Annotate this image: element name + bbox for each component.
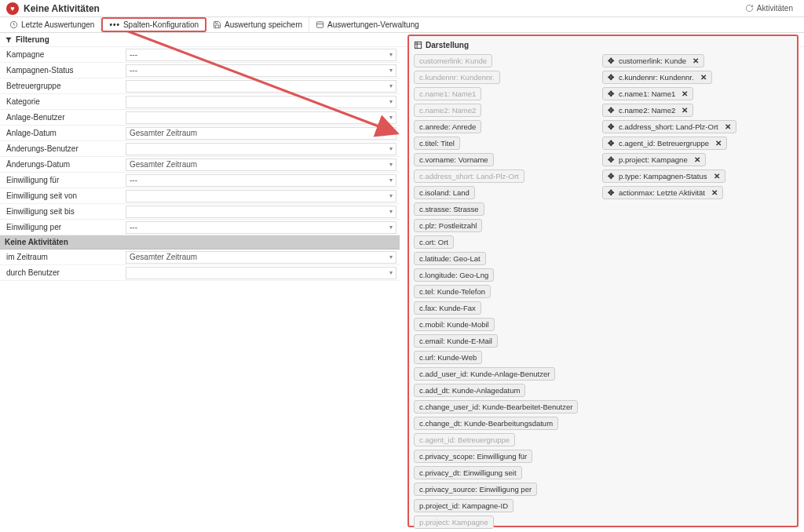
- chevron-down-icon: ▾: [389, 67, 393, 74]
- available-chip[interactable]: c.anrede: Anrede: [414, 120, 481, 133]
- available-chip[interactable]: c.privacy_scope: Einwilligung für: [414, 450, 532, 463]
- chevron-down-icon: ▾: [389, 98, 393, 105]
- refresh-icon: [745, 4, 754, 13]
- filter-label: Anlage-Datum: [0, 129, 126, 137]
- selected-chip[interactable]: ✥actionmax: Letzte Aktivität✕: [602, 186, 723, 199]
- selected-chip[interactable]: ✥c.name1: Name1✕: [602, 87, 693, 100]
- page-title: Keine Aktivitäten: [24, 3, 100, 14]
- filter-select[interactable]: ---▾: [126, 221, 397, 234]
- filter-select[interactable]: ▾: [126, 267, 397, 279]
- remove-icon[interactable]: ✕: [694, 155, 700, 164]
- toolbar-save-report[interactable]: Auswertung speichern: [206, 17, 309, 32]
- filter-label: Einwilligung seit bis: [0, 207, 126, 216]
- available-chip[interactable]: c.url: Kunde-Web: [414, 351, 482, 364]
- refresh-button[interactable]: Aktivitäten: [740, 2, 798, 14]
- toolbar-last-reports[interactable]: Letzte Auswertungen: [3, 17, 101, 32]
- toolbar-column-config[interactable]: ••• Spalten-Konfiguration: [101, 17, 206, 32]
- filter-select[interactable]: ---▾: [126, 64, 397, 77]
- app-logo-icon: ♥: [6, 2, 19, 15]
- remove-icon[interactable]: ✕: [715, 139, 722, 148]
- chevron-down-icon: ▾: [389, 208, 393, 215]
- layout-icon: [414, 41, 422, 49]
- remove-icon[interactable]: ✕: [682, 106, 688, 115]
- chevron-down-icon: ▾: [389, 269, 393, 276]
- dots-icon: •••: [109, 20, 120, 29]
- chevron-down-icon: ▾: [389, 114, 393, 121]
- filter-select[interactable]: ▾: [126, 190, 397, 202]
- available-chip: c.kundennr: Kundennr.: [414, 71, 500, 84]
- section-header: Keine Aktivitäten: [0, 235, 400, 250]
- filter-select[interactable]: Gesamter Zeitraum▾: [126, 127, 397, 140]
- available-chip[interactable]: c.latitude: Geo-Lat: [414, 252, 486, 265]
- manage-icon: [316, 20, 324, 29]
- header-left: ♥ Keine Aktivitäten: [6, 2, 100, 15]
- available-chip[interactable]: c.longitude: Geo-Lng: [414, 268, 494, 282]
- filter-icon: [5, 36, 13, 44]
- available-chip[interactable]: c.plz: Postleitzahl: [414, 219, 482, 232]
- available-chip[interactable]: c.email: Kunde-E-Mail: [414, 334, 498, 348]
- filter-select[interactable]: Gesamter Zeitraum▾: [126, 159, 397, 171]
- filter-label: Änderungs-Datum: [0, 160, 126, 169]
- available-chip[interactable]: c.add_user_id: Kunde-Anlage-Benutzer: [414, 367, 555, 381]
- filter-select[interactable]: ▾: [126, 96, 397, 108]
- clock-icon: [9, 20, 18, 29]
- selected-chip[interactable]: ✥p.project: Kampagne✕: [602, 153, 706, 166]
- available-chip[interactable]: c.tel: Kunde-Telefon: [414, 285, 491, 298]
- filter-select[interactable]: ▾: [126, 206, 397, 218]
- filter-select[interactable]: ---▾: [126, 49, 397, 61]
- filter-select[interactable]: Gesamter Zeitraum▾: [126, 251, 397, 264]
- available-chip[interactable]: c.change_dt: Kunde-Bearbeitungsdatum: [414, 417, 558, 430]
- available-chip[interactable]: c.change_user_id: Kunde-Bearbeitet-Benut…: [414, 400, 578, 414]
- available-chip[interactable]: c.isoland: Land: [414, 186, 475, 199]
- available-chip[interactable]: c.ort: Ort: [414, 235, 454, 249]
- filter-label: Betreuergruppe: [0, 82, 126, 90]
- available-chip: c.agent_id: Betreuergruppe: [414, 433, 515, 446]
- selected-chip[interactable]: ✥customerlink: Kunde✕: [602, 54, 704, 67]
- available-chip[interactable]: c.vorname: Vorname: [414, 153, 494, 166]
- remove-icon[interactable]: ✕: [725, 122, 731, 131]
- save-icon: [213, 20, 221, 29]
- available-chip[interactable]: c.privacy_source: Einwilligung per: [414, 483, 537, 496]
- available-chip: c.name2: Name2: [414, 104, 481, 117]
- toolbar-reports-management[interactable]: Auswertungen-Verwaltung: [309, 17, 426, 32]
- panel-title: Darstellung: [414, 41, 792, 49]
- available-chip[interactable]: c.fax: Kunde-Fax: [414, 301, 481, 315]
- filter-select[interactable]: ▾: [126, 143, 397, 155]
- selected-chip[interactable]: ✥c.agent_id: Betreuergruppe✕: [602, 137, 727, 150]
- drag-icon: ✥: [608, 139, 614, 148]
- available-chip[interactable]: c.strasse: Strasse: [414, 202, 484, 216]
- selected-chip[interactable]: ✥c.address_short: Land-Plz-Ort✕: [602, 120, 736, 133]
- selected-chip[interactable]: ✥c.kundennr: Kundennr.✕: [602, 71, 712, 84]
- available-chip[interactable]: c.titel: Titel: [414, 137, 460, 150]
- drag-icon: ✥: [608, 172, 614, 180]
- filter-select[interactable]: ▾: [126, 80, 397, 93]
- chevron-down-icon: ▾: [389, 224, 393, 231]
- filter-form: Kampagne---▾Kampagnen-Status---▾Betreuer…: [0, 47, 400, 281]
- columns-layout: customerlink: Kundec.kundennr: Kundennr.…: [414, 54, 792, 532]
- filter-select[interactable]: ▾: [126, 111, 397, 124]
- remove-icon[interactable]: ✕: [711, 188, 718, 197]
- filter-row: Änderungs-Benutzer▾: [0, 141, 400, 157]
- svg-rect-1: [316, 22, 323, 27]
- chevron-down-icon: ▾: [389, 51, 393, 58]
- available-chip[interactable]: p.project_id: Kampagne-ID: [414, 499, 513, 512]
- columns-panel: Darstellung customerlink: Kundec.kundenn…: [407, 35, 799, 527]
- remove-icon[interactable]: ✕: [693, 56, 699, 65]
- filter-label: Kampagne: [0, 50, 126, 59]
- filter-select[interactable]: ---▾: [126, 174, 397, 187]
- remove-icon[interactable]: ✕: [714, 172, 720, 180]
- selected-chip[interactable]: ✥p.type: Kampagnen-Status✕: [602, 169, 725, 183]
- chevron-down-icon: ▾: [389, 177, 393, 184]
- toolbar: Letzte Auswertungen ••• Spalten-Konfigur…: [0, 17, 804, 33]
- available-chip: p.project: Kampagne: [414, 516, 494, 529]
- remove-icon[interactable]: ✕: [682, 89, 688, 98]
- remove-icon[interactable]: ✕: [700, 73, 707, 82]
- available-chip[interactable]: c.mobil: Kunde-Mobil: [414, 318, 495, 331]
- available-chip: c.address_short: Land-Plz-Ort: [414, 169, 524, 183]
- available-columns: customerlink: Kundec.kundennr: Kundennr.…: [414, 54, 594, 532]
- selected-chip[interactable]: ✥c.name2: Name2✕: [602, 104, 693, 117]
- filter-row: Anlage-DatumGesamter Zeitraum▾: [0, 126, 400, 141]
- available-chip[interactable]: c.add_dt: Kunde-Anlagedatum: [414, 384, 525, 397]
- available-chip[interactable]: c.privacy_dt: Einwilligung seit: [414, 466, 522, 479]
- drag-icon: ✥: [608, 89, 614, 98]
